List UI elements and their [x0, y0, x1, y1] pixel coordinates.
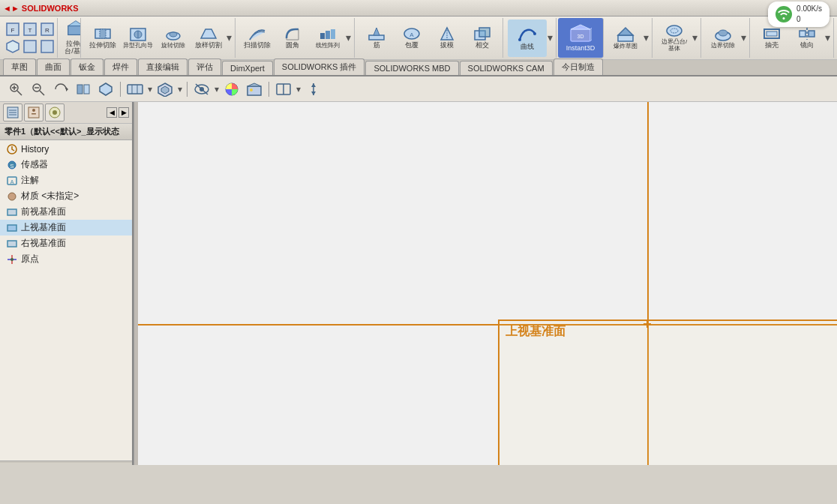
- feature-tree: History S 传感器 A 注解 材质 <未指定>: [0, 140, 132, 460]
- top-plane-outline[interactable]: 上视基准面: [498, 320, 837, 465]
- tree-item-history[interactable]: History: [0, 142, 132, 157]
- sweep-cut-btn[interactable]: 扫描切除: [240, 20, 274, 57]
- linear-pattern-btn[interactable]: 线性阵列: [310, 20, 345, 57]
- cube-front-btn[interactable]: F: [4, 21, 21, 38]
- tab-dimxpert[interactable]: DimXpert: [222, 61, 273, 75]
- instant3d-btn[interactable]: 3D Instant3D: [561, 19, 600, 58]
- more-btn[interactable]: ▾: [226, 32, 232, 45]
- revolve-cut-btn[interactable]: 旋转切除: [156, 20, 190, 57]
- tab-evaluate[interactable]: 评估: [188, 58, 221, 75]
- view-cube-group: F T R: [3, 18, 58, 58]
- tab-surface[interactable]: 曲面: [37, 58, 70, 75]
- svg-marker-62: [100, 83, 112, 95]
- tab-sw-mbd[interactable]: SOLIDWORKS MBD: [365, 61, 458, 75]
- svg-marker-38: [571, 25, 590, 29]
- draft-btn[interactable]: 拔模: [430, 20, 464, 57]
- view-arrow-btn[interactable]: [304, 80, 323, 99]
- cube-right-btn[interactable]: R: [39, 21, 56, 38]
- curve-more-btn[interactable]: ▾: [548, 32, 553, 45]
- display-pane-dropdown[interactable]: ▾: [296, 84, 301, 94]
- tree-item-material[interactable]: 材质 <未指定>: [0, 188, 132, 204]
- view-orient-btn[interactable]: [125, 80, 145, 99]
- tree-item-origin[interactable]: 原点: [0, 251, 132, 267]
- tree-item-annotations[interactable]: A 注解: [0, 172, 132, 188]
- tab-sw-cam[interactable]: SOLIDWORKS CAM: [460, 61, 553, 75]
- tab-sheet-metal[interactable]: 钣金: [70, 58, 104, 75]
- svg-point-43: [667, 26, 682, 36]
- rotate-view-btn[interactable]: [51, 80, 70, 99]
- tab-today-mfg[interactable]: 今日制造: [554, 58, 603, 75]
- cube-left-btn[interactable]: [39, 38, 56, 55]
- extrude-boss-btn[interactable]: 拉伸凸台/基体: [62, 18, 81, 57]
- hide-show-btn[interactable]: [192, 80, 212, 99]
- orient-dropdown[interactable]: ▾: [148, 84, 152, 94]
- view-toolbar: ▾ ▾ ▾ ▾: [0, 76, 837, 102]
- 3d-viewport[interactable]: 上视基准面: [138, 102, 837, 465]
- zoom-fit-btn[interactable]: [28, 80, 48, 99]
- tree-item-top-plane[interactable]: 上视基准面: [0, 220, 132, 236]
- hide-show-dropdown[interactable]: ▾: [214, 84, 219, 94]
- curve-group: 曲线 ▾: [505, 18, 556, 58]
- hole-wizard-btn[interactable]: 异型孔向导: [121, 20, 155, 57]
- history-icon: [6, 143, 18, 155]
- feature-tree-panel: ◀ ▶ 零件1（默认<<默认>_显示状态 History S 传感器: [0, 102, 134, 465]
- explode-sketch-btn[interactable]: 爆炸草图: [608, 20, 643, 57]
- svg-point-100: [10, 258, 14, 261]
- view-separator-3: [268, 82, 269, 97]
- cube-top-btn[interactable]: T: [22, 21, 38, 38]
- boundary-more-btn[interactable]: ▾: [692, 32, 698, 45]
- collapse-all-btn[interactable]: ▶: [118, 107, 129, 118]
- section-view-btn[interactable]: [74, 80, 93, 99]
- intersect-btn[interactable]: 相交: [465, 20, 500, 57]
- tree-item-sensors[interactable]: S 传感器: [0, 157, 132, 172]
- scenes-btn[interactable]: [244, 80, 264, 99]
- boundary-boss-btn[interactable]: 边界凸台/基体: [657, 20, 692, 57]
- extrude-cut-btn[interactable]: 拉伸切除: [86, 20, 120, 57]
- curve-btn[interactable]: 曲线: [508, 20, 547, 57]
- cube-back-btn[interactable]: [22, 38, 38, 55]
- svg-marker-59: [66, 87, 68, 92]
- features-group: 拉伸凸台/基体 扫描 旋转凸台/基体: [59, 18, 81, 58]
- svg-rect-72: [248, 86, 261, 95]
- boundary-cut-group: 边界切除 ▾: [703, 18, 750, 58]
- sweep-cut-group: 扫描切除 圆角 线性阵列 ▾: [237, 18, 355, 58]
- wifi-status-badge: 0.00K/s 0: [768, 2, 830, 27]
- dynamic-view-btn[interactable]: [96, 80, 116, 99]
- boundary-cut-btn[interactable]: 边界切除: [706, 20, 740, 57]
- appearance-btn[interactable]: [222, 80, 242, 99]
- wrap-btn[interactable]: A 包覆: [394, 20, 429, 57]
- tree-item-front-plane[interactable]: 前视基准面: [0, 204, 132, 220]
- display-style-btn[interactable]: [155, 80, 175, 99]
- tree-item-right-plane[interactable]: 右视基准面: [0, 236, 132, 251]
- svg-rect-34: [479, 28, 490, 37]
- loft-cut-btn[interactable]: 放样切割: [191, 20, 226, 57]
- configuration-manager-btn[interactable]: [45, 104, 64, 122]
- app-logo: ◄► SOLIDWORKS: [3, 2, 79, 14]
- rib-btn[interactable]: 筋: [359, 20, 394, 57]
- tab-sw-addins[interactable]: SOLIDWORKS 插件: [274, 58, 365, 75]
- display-pane-btn[interactable]: [274, 80, 293, 99]
- zoom-area-btn[interactable]: [6, 80, 26, 99]
- wifi-icon: [776, 6, 792, 22]
- tab-direct-edit[interactable]: 直接编辑: [138, 58, 188, 75]
- svg-point-88: [52, 110, 57, 115]
- explode-sketch-group: 爆炸草图 ▾: [605, 18, 652, 58]
- display-dropdown[interactable]: ▾: [178, 84, 182, 94]
- tab-weldments[interactable]: 焊件: [104, 58, 137, 75]
- svg-rect-9: [68, 26, 81, 35]
- property-manager-btn[interactable]: [24, 104, 44, 122]
- expand-collapse-btns: ◀ ▶: [106, 107, 129, 118]
- expand-all-btn[interactable]: ◀: [106, 107, 117, 118]
- svg-rect-26: [331, 29, 335, 39]
- more-btn2[interactable]: ▾: [346, 32, 351, 45]
- material-icon: [6, 190, 18, 202]
- fillet-btn[interactable]: 圆角: [275, 20, 310, 57]
- cube-iso-btn[interactable]: [4, 38, 21, 55]
- feature-manager-btn[interactable]: [3, 104, 22, 122]
- boundary-cut-more-btn[interactable]: ▾: [741, 32, 746, 45]
- explode-more-btn[interactable]: ▾: [644, 32, 649, 45]
- tab-sketch[interactable]: 草图: [3, 58, 36, 75]
- instant3d-group: 3D Instant3D: [558, 18, 604, 58]
- boundary-group: 边界凸台/基体 ▾: [654, 18, 701, 58]
- shell-mirror-more-btn[interactable]: ▾: [825, 32, 830, 45]
